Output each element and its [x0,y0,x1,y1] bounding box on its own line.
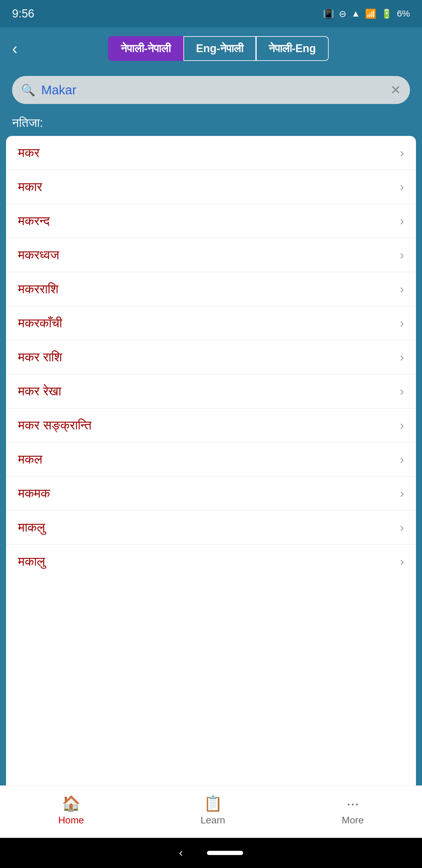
result-item[interactable]: मकरन्द › [6,204,416,238]
status-bar: 9:56 📳 ⊖ ▲ 📶 🔋 6% [0,0,422,27]
result-text: मकर राशि [18,350,62,364]
chevron-right-icon: › [400,180,404,194]
chevron-right-icon: › [400,555,404,568]
tab-nepali-nepali[interactable]: नेपाली-नेपाली [108,36,184,61]
tabs-container: नेपाली-नेपाली Eng-नेपाली नेपाली-Eng [27,36,410,61]
chevron-right-icon: › [400,146,404,160]
vibrate-icon: 📳 [323,8,334,19]
result-text: मकरध्वज [18,248,59,262]
learn-icon: 📋 [204,795,222,812]
tab-nepali-eng[interactable]: नेपाली-Eng [256,36,329,61]
home-icon: 🏠 [62,795,80,812]
search-icon: 🔍 [21,84,35,97]
result-text: मकर रेखा [18,384,61,398]
signal-icon: 📶 [365,8,376,19]
nav-home-label: Home [58,815,84,826]
tab-eng-nepali[interactable]: Eng-नेपाली [184,36,256,61]
result-text: मकर [18,146,39,160]
results-label: नतिजा: [0,113,422,136]
chevron-right-icon: › [400,316,404,330]
nav-more-label: More [342,815,364,826]
chevron-right-icon: › [400,214,404,228]
result-item[interactable]: मकरकाँची › [6,306,416,340]
chevron-right-icon: › [400,350,404,364]
nav-more[interactable]: ··· More [330,792,376,829]
search-container: 🔍 Makar ✕ [0,70,422,113]
system-nav-bar: ‹ [0,838,422,868]
result-item[interactable]: मकर सङ्क्रान्ति › [6,408,416,442]
result-item[interactable]: मकल › [6,442,416,476]
chevron-right-icon: › [400,521,404,534]
result-text: मकार [18,180,42,194]
chevron-right-icon: › [400,384,404,398]
result-item[interactable]: मकर राशि › [6,340,416,374]
result-item[interactable]: मकरध्वज › [6,238,416,272]
chevron-right-icon: › [400,248,404,262]
result-item[interactable]: मकर › [6,136,416,170]
chevron-right-icon: › [400,418,404,432]
battery-percent: 6% [397,8,410,19]
dnd-icon: ⊖ [339,8,347,19]
more-icon: ··· [347,795,359,812]
header: ‹ नेपाली-नेपाली Eng-नेपाली नेपाली-Eng [0,27,422,70]
chevron-right-icon: › [400,282,404,296]
result-item[interactable]: माकलु › [6,510,416,545]
result-text: मकल [18,452,42,467]
status-time: 9:56 [12,7,34,20]
result-item[interactable]: मकमक › [6,476,416,510]
result-text: माकलु [18,520,45,535]
result-text: मकालु [18,554,45,569]
result-text: मकरकाँची [18,316,62,330]
results-container: मकर › मकार › मकरन्द › मकरध्वज › मकरराशि … [6,136,416,785]
clear-button[interactable]: ✕ [390,83,401,97]
bottom-nav: 🏠 Home 📋 Learn ··· More [0,785,422,838]
search-box: 🔍 Makar ✕ [12,76,410,104]
result-text: मकरराशि [18,282,59,296]
nav-home[interactable]: 🏠 Home [46,792,96,829]
system-back-button[interactable]: ‹ [179,846,183,859]
result-item[interactable]: मकार › [6,170,416,204]
wifi-icon: ▲ [351,8,360,19]
search-value[interactable]: Makar [41,83,384,97]
battery-icon: 🔋 [381,8,392,19]
back-button[interactable]: ‹ [12,40,18,57]
result-text: मकमक [18,486,50,501]
result-text: मकर सङ्क्रान्ति [18,418,92,433]
nav-learn-label: Learn [201,815,225,826]
chevron-right-icon: › [400,487,404,500]
nav-learn[interactable]: 📋 Learn [189,792,237,829]
result-item[interactable]: मकर रेखा › [6,374,416,408]
system-home-button[interactable] [207,851,243,855]
result-text: मकरन्द [18,214,50,228]
result-item[interactable]: मकालु › [6,545,416,578]
status-icons: 📳 ⊖ ▲ 📶 🔋 6% [323,8,410,19]
result-item[interactable]: मकरराशि › [6,272,416,306]
chevron-right-icon: › [400,453,404,466]
